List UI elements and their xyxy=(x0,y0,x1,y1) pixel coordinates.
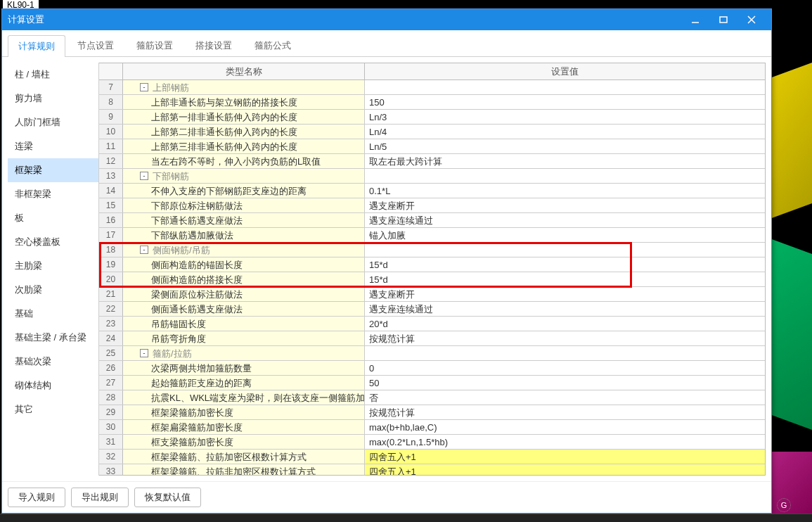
table-row[interactable]: 12当左右跨不等时，伸入小跨内负筋的L取值取左右最大跨计算 xyxy=(99,154,765,169)
row-number: 30 xyxy=(99,420,123,434)
cell-value[interactable]: 0 xyxy=(365,361,765,375)
table-row[interactable]: 28抗震KL、WKL端支座为梁时，则在该支座一侧箍筋加密否 xyxy=(99,390,765,405)
cell-value[interactable]: 遇支座连续通过 xyxy=(365,213,765,227)
cell-value[interactable]: 0.1*L xyxy=(365,184,765,198)
row-number: 19 xyxy=(99,257,123,272)
table-row[interactable]: 16下部通长筋遇支座做法遇支座连续通过 xyxy=(99,213,765,228)
sidebar-item-13[interactable]: 砌体结构 xyxy=(8,374,98,397)
sidebar-item-2[interactable]: 人防门框墙 xyxy=(8,110,98,134)
row-number: 15 xyxy=(99,198,123,212)
export-rules-button[interactable]: 导出规则 xyxy=(71,488,129,507)
table-row[interactable]: 24吊筋弯折角度按规范计算 xyxy=(99,331,765,346)
cell-value[interactable]: 按规范计算 xyxy=(365,331,765,345)
table-row[interactable]: 30框架扁梁箍筋加密长度max(b+hb,lae,C) xyxy=(99,420,765,435)
type-name-label: 上部第二排非通长筋伸入跨内的长度 xyxy=(151,125,297,139)
tab-0[interactable]: 计算规则 xyxy=(8,35,65,57)
cell-value[interactable]: 四舍五入+1 xyxy=(365,464,765,475)
sidebar-item-0[interactable]: 柱 / 墙柱 xyxy=(8,63,98,87)
cell-value[interactable]: 否 xyxy=(365,390,765,405)
cell-value[interactable]: 遇支座断开 xyxy=(365,287,765,301)
grid-body[interactable]: 7-上部钢筋8上部非通长筋与架立钢筋的搭接长度1509上部第一排非通长筋伸入跨内… xyxy=(99,80,765,475)
settings-dialog: 计算设置 计算规则节点设置箍筋设置搭接设置箍筋公式 柱 / 墙柱剪力墙人防门框墙… xyxy=(1,8,772,514)
table-row[interactable]: 29框架梁箍筋加密长度按规范计算 xyxy=(99,405,765,420)
cell-value[interactable]: 遇支座断开 xyxy=(365,198,765,212)
cell-value[interactable] xyxy=(365,346,765,360)
reset-defaults-button[interactable]: 恢复默认值 xyxy=(134,488,201,507)
sidebar-item-14[interactable]: 其它 xyxy=(8,397,98,421)
table-row[interactable]: 17下部纵筋遇加腋做法锚入加腋 xyxy=(99,228,765,243)
tab-2[interactable]: 箍筋设置 xyxy=(126,34,183,56)
collapse-icon[interactable]: - xyxy=(140,349,148,357)
col-header-type: 类型名称 xyxy=(123,63,365,79)
cell-value[interactable]: 四舍五入+1 xyxy=(365,450,765,464)
table-row[interactable]: 20侧面构造筋的搭接长度15*d xyxy=(99,272,765,287)
row-number: 10 xyxy=(99,125,123,139)
cell-type-name: 当左右跨不等时，伸入小跨内负筋的L取值 xyxy=(123,154,365,168)
table-row[interactable]: 32框架梁箍筋、拉筋加密区根数计算方式四舍五入+1 xyxy=(99,450,765,464)
maximize-button[interactable] xyxy=(709,9,737,30)
cell-value[interactable]: Ln/5 xyxy=(365,139,765,153)
minimize-button[interactable] xyxy=(681,9,709,30)
cell-value[interactable]: max(b+hb,lae,C) xyxy=(365,420,765,434)
sidebar-item-1[interactable]: 剪力墙 xyxy=(8,87,98,110)
collapse-icon[interactable]: - xyxy=(140,172,148,180)
row-number: 8 xyxy=(99,95,123,109)
sidebar-item-6[interactable]: 板 xyxy=(8,206,98,230)
cell-value[interactable]: 取左右最大跨计算 xyxy=(365,154,765,168)
collapse-icon[interactable]: - xyxy=(140,83,148,91)
table-row[interactable]: 23吊筋锚固长度20*d xyxy=(99,317,765,331)
cell-value[interactable]: 按规范计算 xyxy=(365,405,765,419)
table-row[interactable]: 9上部第一排非通长筋伸入跨内的长度Ln/3 xyxy=(99,110,765,125)
sidebar-item-10[interactable]: 基础 xyxy=(8,302,98,326)
cell-value[interactable]: 遇支座连续通过 xyxy=(365,302,765,316)
table-row[interactable]: 8上部非通长筋与架立钢筋的搭接长度150 xyxy=(99,95,765,110)
table-row[interactable]: 18-侧面钢筋/吊筋 xyxy=(99,243,765,257)
table-row[interactable]: 25-箍筋/拉筋 xyxy=(99,346,765,361)
table-row[interactable]: 26次梁两侧共增加箍筋数量0 xyxy=(99,361,765,376)
tab-1[interactable]: 节点设置 xyxy=(67,34,124,56)
tab-4[interactable]: 箍筋公式 xyxy=(244,34,302,56)
cell-value[interactable]: 50 xyxy=(365,376,765,390)
sidebar-item-3[interactable]: 连梁 xyxy=(8,134,98,158)
sidebar-item-7[interactable]: 空心楼盖板 xyxy=(8,230,98,254)
cell-value[interactable]: Ln/4 xyxy=(365,125,765,139)
type-name-label: 当左右跨不等时，伸入小跨内负筋的L取值 xyxy=(151,154,321,168)
cell-value[interactable]: 锚入加腋 xyxy=(365,228,765,242)
close-button[interactable] xyxy=(737,9,766,30)
table-row[interactable]: 27起始箍筋距支座边的距离50 xyxy=(99,376,765,390)
table-row[interactable]: 15下部原位标注钢筋做法遇支座断开 xyxy=(99,198,765,213)
cell-value[interactable]: Ln/3 xyxy=(365,110,765,124)
collapse-icon[interactable]: - xyxy=(140,246,148,254)
import-rules-button[interactable]: 导入规则 xyxy=(8,488,65,507)
table-row[interactable]: 11上部第三排非通长筋伸入跨内的长度Ln/5 xyxy=(99,139,765,154)
cell-value[interactable] xyxy=(365,243,765,257)
cell-value[interactable] xyxy=(365,80,765,94)
table-row[interactable]: 22侧面通长筋遇支座做法遇支座连续通过 xyxy=(99,302,765,317)
settings-grid: 类型名称 设置值 7-上部钢筋8上部非通长筋与架立钢筋的搭接长度1509上部第一… xyxy=(99,63,766,476)
table-row[interactable]: 21梁侧面原位标注筋做法遇支座断开 xyxy=(99,287,765,302)
cell-value[interactable]: 15*d xyxy=(365,257,765,272)
table-row[interactable]: 14不伸入支座的下部钢筋距支座边的距离0.1*L xyxy=(99,184,765,198)
sidebar-item-8[interactable]: 主肋梁 xyxy=(8,254,98,278)
cell-value[interactable] xyxy=(365,169,765,183)
tab-3[interactable]: 搭接设置 xyxy=(185,34,243,56)
cell-value[interactable]: max(0.2*Ln,1.5*hb) xyxy=(365,435,765,449)
cell-value[interactable]: 15*d xyxy=(365,272,765,286)
sidebar-item-5[interactable]: 非框架梁 xyxy=(8,182,98,206)
table-row[interactable]: 7-上部钢筋 xyxy=(99,80,765,95)
sidebar-item-12[interactable]: 基础次梁 xyxy=(8,350,98,374)
table-row[interactable]: 31框支梁箍筋加密长度max(0.2*Ln,1.5*hb) xyxy=(99,435,765,450)
row-number: 11 xyxy=(99,139,123,153)
sidebar-item-9[interactable]: 次肋梁 xyxy=(8,278,98,302)
cell-type-name: -箍筋/拉筋 xyxy=(123,346,365,360)
sidebar-item-4[interactable]: 框架梁 xyxy=(8,158,98,182)
table-row[interactable]: 10上部第二排非通长筋伸入跨内的长度Ln/4 xyxy=(99,125,765,139)
cell-value[interactable]: 150 xyxy=(365,95,765,109)
table-row[interactable]: 19侧面构造筋的锚固长度15*d xyxy=(99,257,765,272)
sidebar-item-11[interactable]: 基础主梁 / 承台梁 xyxy=(8,326,98,350)
row-number: 14 xyxy=(99,184,123,198)
table-row[interactable]: 13-下部钢筋 xyxy=(99,169,765,184)
table-row[interactable]: 33框架梁箍筋、拉筋非加密区根数计算方式四舍五入+1 xyxy=(99,464,765,475)
cell-value[interactable]: 20*d xyxy=(365,317,765,331)
row-number: 25 xyxy=(99,346,123,360)
